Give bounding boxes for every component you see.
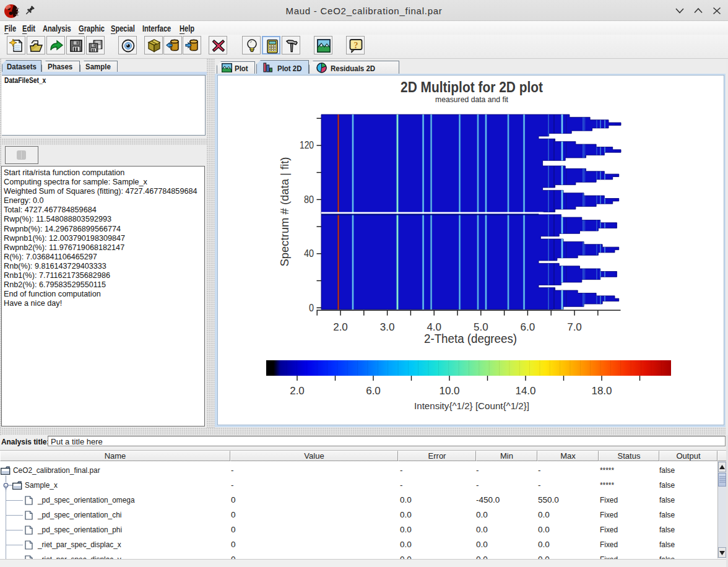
svg-text:6.0: 6.0 xyxy=(366,385,381,397)
svg-text:3.0: 3.0 xyxy=(380,321,395,333)
svg-text:Spectrum # (data | fit): Spectrum # (data | fit) xyxy=(279,157,291,267)
svg-text:2D Multiplot for 2D plot: 2D Multiplot for 2D plot xyxy=(401,79,543,95)
svg-text:10.0: 10.0 xyxy=(439,385,459,397)
svg-text:120: 120 xyxy=(300,139,314,151)
svg-text:2.0: 2.0 xyxy=(290,385,305,397)
svg-text:measured data and fit: measured data and fit xyxy=(435,95,508,104)
svg-text:14.0: 14.0 xyxy=(515,385,535,397)
svg-text:Intensity{^1/2} [Count{^1/2}]: Intensity{^1/2} [Count{^1/2}] xyxy=(414,400,529,411)
svg-text:?: ? xyxy=(354,41,358,50)
svg-text:80: 80 xyxy=(304,194,314,206)
svg-text:7.0: 7.0 xyxy=(567,321,582,333)
svg-text:2-Theta (degrees): 2-Theta (degrees) xyxy=(424,332,517,345)
svg-text:6.0: 6.0 xyxy=(521,321,535,333)
svg-text:40: 40 xyxy=(304,248,314,259)
svg-text:2.0: 2.0 xyxy=(333,321,348,333)
svg-text:0: 0 xyxy=(309,302,314,314)
svg-text:18.0: 18.0 xyxy=(591,385,612,397)
svg-text:5.0: 5.0 xyxy=(474,321,488,333)
svg-text:4.0: 4.0 xyxy=(427,321,441,333)
